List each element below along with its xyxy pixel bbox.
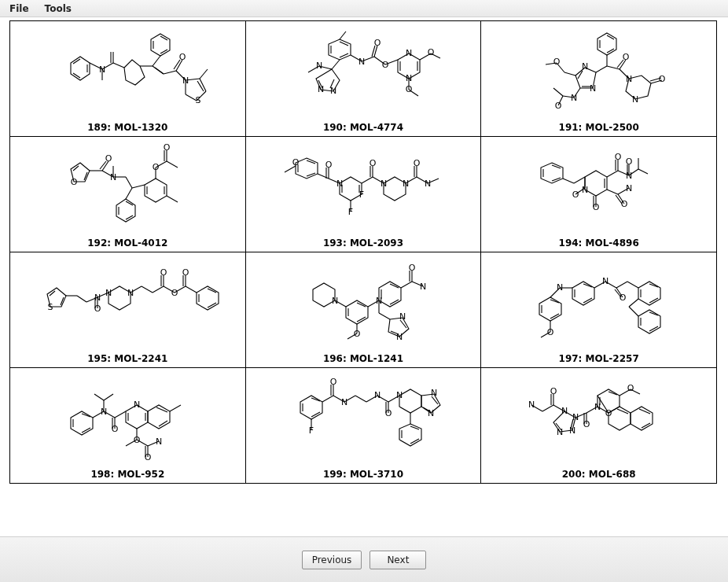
svg-text:N: N [572,412,579,422]
svg-text:O: O [71,177,78,187]
svg-line-306 [159,421,167,426]
svg-text:N: N [626,183,632,193]
svg-text:O: O [546,327,553,337]
svg-line-179 [607,171,618,177]
molecule-label: 200: MOL-688 [481,467,716,481]
svg-marker-26 [71,57,90,80]
svg-text:N: N [110,172,116,182]
svg-text:O: O [112,424,119,434]
svg-line-6 [155,68,164,74]
svg-text:N: N [626,171,632,181]
svg-text:O: O [164,142,171,153]
svg-text:N: N [374,390,381,400]
svg-marker-116 [145,179,167,202]
svg-marker-336 [399,389,421,413]
svg-text:N: N [425,179,431,189]
svg-line-109 [126,177,132,188]
svg-text:O: O [374,38,381,48]
svg-marker-111 [116,199,135,222]
svg-text:N: N [127,288,134,298]
svg-marker-19 [124,60,145,85]
svg-text:N: N [134,400,140,410]
svg-text:O: O [414,158,421,168]
svg-text:O: O [550,386,557,396]
svg-text:O: O [382,60,389,70]
svg-text:N: N [594,402,601,412]
molecule-cell[interactable]: OOOO NNNN FF 193: MOL-2093 [245,137,481,252]
svg-line-14 [197,81,204,91]
molecule-cell[interactable]: NN OO 197: MOL-2257 [481,252,717,368]
molecule-structure: ONNS [10,21,245,120]
molecule-cell[interactable]: OOO NO 192: MOL-4012 [10,137,246,252]
svg-text:N: N [156,436,162,447]
svg-text:N: N [396,332,403,342]
svg-text:O: O [583,419,590,429]
svg-line-370 [642,423,650,428]
molecule-label: 190: MOL-4774 [246,120,481,134]
svg-line-38 [340,31,346,39]
svg-text:N: N [318,84,324,94]
previous-button[interactable]: Previous [302,551,362,569]
svg-text:N: N [420,282,426,292]
svg-text:N: N [94,293,101,303]
molecule-cell[interactable]: S NNN OOOO 195: MOL-2241 [10,252,246,368]
svg-line-246 [379,313,390,319]
svg-marker-275 [638,282,660,305]
svg-line-215 [186,286,197,293]
svg-line-300 [115,411,126,418]
svg-line-323 [311,412,320,417]
svg-text:O: O [625,157,632,167]
svg-text:N: N [358,57,365,67]
svg-text:O: O [605,408,612,418]
svg-line-307 [170,405,181,411]
svg-line-115 [132,185,145,188]
svg-line-325 [322,396,333,402]
svg-text:N: N [602,276,609,286]
molecule-cell[interactable]: F NNN NN OO 199: MOL-3710 [245,368,481,484]
molecule-structure: NNN OOO [10,368,245,467]
molecule-cell[interactable]: NOO NNN NN OO 190: MOL-4774 [245,21,481,137]
svg-text:N: N [428,408,434,418]
svg-text:O: O [619,293,626,303]
molecule-structure: NNN NN OO OO [481,21,716,120]
svg-text:O: O [620,199,627,209]
svg-line-2 [160,36,167,40]
svg-text:N: N [403,179,409,189]
svg-line-28 [73,59,80,64]
menu-file[interactable]: File [3,2,35,16]
svg-text:N: N [332,296,338,306]
molecule-cell[interactable]: NNNNN N OOOO 200: MOL-688 [481,368,717,484]
svg-text:N: N [336,179,343,189]
svg-text:N: N [590,83,596,94]
svg-text:O: O [572,190,579,200]
svg-line-70 [607,35,614,39]
molecule-cell[interactable]: ONNS 189: MOL-1320 [10,21,246,137]
svg-text:N: N [528,400,535,410]
svg-text:N: N [399,311,406,322]
svg-line-207 [142,286,153,293]
molecule-structure: NNN NN OO [246,252,481,352]
svg-line-29 [73,73,80,78]
menu-tools[interactable]: Tools [39,2,78,16]
molecule-label: 194: MOL-4896 [481,236,716,250]
svg-marker-230 [346,300,368,324]
svg-text:N: N [406,73,412,83]
molecule-cell[interactable]: NNN OOOOO 194: MOL-4896 [481,137,717,252]
svg-marker-265 [572,282,594,305]
svg-line-175 [607,190,618,194]
svg-line-167 [563,179,574,183]
molecule-label: 197: MOL-2257 [481,352,716,366]
svg-line-278 [649,298,658,303]
svg-line-77 [564,72,575,76]
molecule-cell[interactable]: NNN OOO 198: MOL-952 [10,368,246,484]
svg-line-7 [164,71,176,74]
svg-line-279 [629,299,638,307]
svg-text:N: N [557,427,563,437]
molecule-cell[interactable]: NNN NN OO OO 191: MOL-2500 [481,21,717,137]
svg-text:N: N [557,282,563,293]
next-button[interactable]: Next [370,551,426,569]
molecule-cell[interactable]: NNN NN OO 196: MOL-1241 [245,252,481,368]
svg-text:N: N [105,288,112,298]
svg-line-305 [156,407,167,412]
svg-text:N: N [101,407,107,417]
